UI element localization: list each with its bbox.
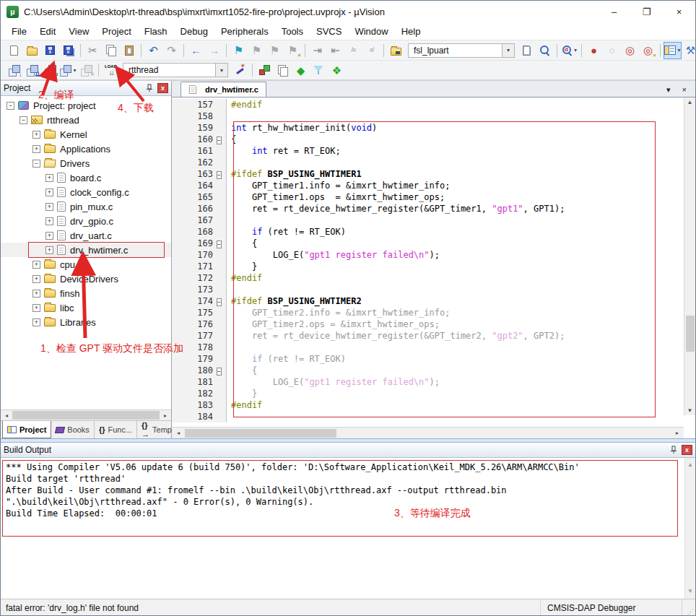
resize-grip[interactable]: ⋰ <box>682 599 695 616</box>
close-project-panel-icon[interactable]: x <box>157 83 168 93</box>
comment-selection-button[interactable]: /≡ <box>345 43 362 58</box>
tree-item-drivers[interactable]: −Drivers <box>1 156 171 170</box>
tree-item-project-project[interactable]: −Project: project <box>1 98 171 113</box>
scroll-up-icon[interactable]: ▲ <box>685 99 695 105</box>
dropdown-caret-icon[interactable]: ▾ <box>574 47 577 53</box>
target-combobox[interactable]: rtthread▾ <box>123 63 228 77</box>
fold-marker-icon[interactable]: − <box>217 240 222 248</box>
manage-run-time-environment-button[interactable] <box>256 62 273 78</box>
expander-icon[interactable]: + <box>32 145 40 153</box>
dropdown-caret-icon[interactable]: ▾ <box>677 47 680 53</box>
close-build-output-icon[interactable]: x <box>682 445 692 455</box>
menu-view[interactable]: View <box>62 25 95 38</box>
find-in-files-button[interactable] <box>388 43 404 58</box>
build-output-content[interactable]: *** Using Compiler 'V5.06 update 6 (buil… <box>1 458 695 599</box>
expander-icon[interactable]: + <box>45 246 53 254</box>
expander-icon[interactable]: + <box>45 232 53 240</box>
expander-icon[interactable]: − <box>6 102 14 110</box>
build-button[interactable]: ⇊ <box>24 62 40 78</box>
maximize-button[interactable]: ❐ <box>630 1 663 22</box>
bookmark-toggle-button[interactable]: ⚑ <box>230 43 247 58</box>
tree-item-pin-mux-c[interactable]: +pin_mux.c <box>1 199 171 214</box>
expander-icon[interactable]: + <box>45 217 53 225</box>
scroll-right-icon[interactable]: ▸ <box>160 412 170 419</box>
copy-button[interactable] <box>103 43 119 58</box>
editor-vscrollbar[interactable]: ▲ ▼ <box>684 97 695 415</box>
fold-marker-icon[interactable]: − <box>217 368 222 376</box>
editor-tab-drv-hwtimer[interactable]: drv_hwtimer.c <box>180 82 266 97</box>
dropdown-caret-icon[interactable]: ▾ <box>73 67 76 74</box>
new-file-button[interactable] <box>6 43 22 58</box>
fold-marker-icon[interactable]: − <box>217 171 222 179</box>
tree-item-devicedrivers[interactable]: +DeviceDrivers <box>1 272 171 286</box>
breakpoint-kill-all-button[interactable]: ◎× <box>640 43 656 58</box>
expander-icon[interactable]: + <box>45 188 53 196</box>
fold-marker-icon[interactable]: − <box>217 298 222 306</box>
scroll-down-icon[interactable]: ▼ <box>687 586 693 597</box>
target-options-button[interactable] <box>232 62 248 78</box>
minimize-button[interactable]: – <box>598 1 630 22</box>
batch-build-button[interactable]: ▾ <box>60 62 77 78</box>
expander-icon[interactable]: − <box>32 160 40 168</box>
cut-button[interactable]: ✂ <box>84 43 101 58</box>
tree-item-drv-uart-c[interactable]: +drv_uart.c <box>1 228 171 243</box>
stop-build-button[interactable]: × <box>78 62 95 78</box>
pin-icon[interactable] <box>144 83 155 94</box>
manage-books-button[interactable]: ◆ <box>292 62 309 78</box>
fold-marker-icon[interactable]: − <box>217 136 222 144</box>
find-button[interactable] <box>518 43 535 58</box>
expander-icon[interactable]: + <box>32 261 40 269</box>
tree-item-board-c[interactable]: +board.c <box>1 170 171 185</box>
scrollbar-thumb[interactable] <box>185 429 336 438</box>
menu-window[interactable]: Window <box>348 25 394 38</box>
target-combobox-value[interactable]: rtthread <box>123 63 215 77</box>
scroll-right-icon[interactable]: ▸ <box>672 430 682 436</box>
redo-button[interactable]: ↷ <box>163 43 180 58</box>
menu-file[interactable]: File <box>5 25 33 38</box>
menu-peripherals[interactable]: Peripherals <box>214 25 275 38</box>
project-tree-hscrollbar[interactable]: ◂ ▸ <box>1 409 171 420</box>
tree-item-libc[interactable]: +libc <box>1 300 171 315</box>
scrollbar-thumb[interactable] <box>686 316 695 352</box>
tree-item-drv-hwtimer-c[interactable]: +drv_hwtimer.c <box>1 243 171 257</box>
translate-file-button[interactable]: ↓ <box>6 62 22 78</box>
manage-project-items-button[interactable] <box>274 62 291 78</box>
editor-hscrollbar[interactable]: ◂ ▸ <box>172 427 684 438</box>
close-button[interactable]: × <box>663 1 695 22</box>
tree-item-cpu[interactable]: +cpu <box>1 257 171 272</box>
expander-icon[interactable]: + <box>45 203 53 211</box>
tree-item-rtthread[interactable]: −rtthread <box>1 113 171 127</box>
build-output-vscrollbar[interactable]: ▲ ▼ <box>684 458 695 599</box>
menu-project[interactable]: Project <box>95 25 137 38</box>
indent-button[interactable]: ⇥ <box>309 43 326 58</box>
bookmark-prev-button[interactable]: ⚑ <box>248 43 265 58</box>
close-tab-icon[interactable]: × <box>682 86 687 94</box>
tab-list-dropdown-icon[interactable]: ▾ <box>666 86 671 94</box>
expander-icon[interactable]: − <box>19 116 27 124</box>
menu-flash[interactable]: Flash <box>138 25 174 38</box>
pin-icon[interactable] <box>668 445 679 456</box>
tree-item-finsh[interactable]: +finsh <box>1 286 171 300</box>
search-combobox[interactable]: fsl_lpuart▾ <box>408 43 515 58</box>
menu-help[interactable]: Help <box>395 25 427 38</box>
search-combobox-value[interactable]: fsl_lpuart <box>408 43 502 58</box>
start-debug-session-button[interactable]: d▾ <box>561 43 578 58</box>
scroll-up-icon[interactable]: ▲ <box>687 459 693 471</box>
scroll-left-icon[interactable]: ◂ <box>173 430 183 436</box>
panel-tab-project[interactable]: Project <box>2 421 51 438</box>
download-button[interactable]: LOAD↓↓ <box>103 62 119 78</box>
breakpoint-toggle-button[interactable]: ● <box>586 43 602 58</box>
breakpoint-enable-all-button[interactable]: ◎ <box>622 43 638 58</box>
menu-svcs[interactable]: SVCS <box>310 25 348 38</box>
breakpoint-disable-button[interactable]: ○ <box>604 43 620 58</box>
search-combobox-dropdown-icon[interactable]: ▾ <box>502 43 515 58</box>
target-combobox-dropdown-icon[interactable]: ▾ <box>215 63 228 77</box>
menu-edit[interactable]: Edit <box>33 25 62 38</box>
tree-item-drv-gpio-c[interactable]: +drv_gpio.c <box>1 214 171 228</box>
configure-button[interactable]: ⚒ <box>682 43 696 58</box>
menu-tools[interactable]: Tools <box>275 25 310 38</box>
project-windows-button[interactable]: ▾ <box>664 43 681 58</box>
tree-item-libraries[interactable]: +Libraries <box>1 315 171 329</box>
bookmark-next-button[interactable]: ⚑ <box>266 43 283 58</box>
expander-icon[interactable]: + <box>32 290 40 298</box>
